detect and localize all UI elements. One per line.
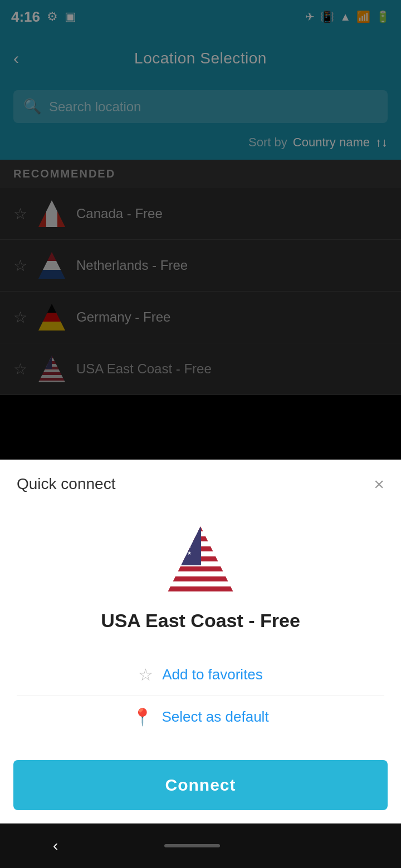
quick-connect-title: Quick connect: [17, 475, 115, 493]
nav-bar: ‹: [0, 823, 401, 868]
sheet-header: Quick connect ×: [0, 460, 401, 504]
dim-overlay: [0, 0, 401, 451]
select-as-default-label: Select as default: [162, 708, 268, 726]
connect-button-wrap: Connect: [0, 749, 401, 823]
add-to-favorites-button[interactable]: ☆ Add to favorites: [0, 654, 401, 696]
nav-back-button[interactable]: ‹: [53, 837, 58, 855]
add-to-favorites-label: Add to favorites: [162, 666, 263, 683]
pin-icon: 📍: [132, 707, 153, 727]
home-indicator[interactable]: [164, 844, 220, 847]
usa-large-flag-icon: [167, 526, 234, 593]
star-icon: ☆: [138, 665, 153, 684]
sheet-location-title: USA East Coast - Free: [0, 604, 401, 648]
bottom-sheet: Quick connect × USA East Coast - Free ☆ …: [0, 460, 401, 823]
close-button[interactable]: ×: [374, 475, 384, 493]
select-as-default-button[interactable]: 📍 Select as default: [0, 696, 401, 738]
sheet-actions: ☆ Add to favorites 📍 Select as default: [0, 648, 401, 749]
flag-large-container: [0, 504, 401, 604]
sheet-location-name: USA East Coast - Free: [101, 610, 300, 631]
connect-button[interactable]: Connect: [13, 760, 388, 810]
